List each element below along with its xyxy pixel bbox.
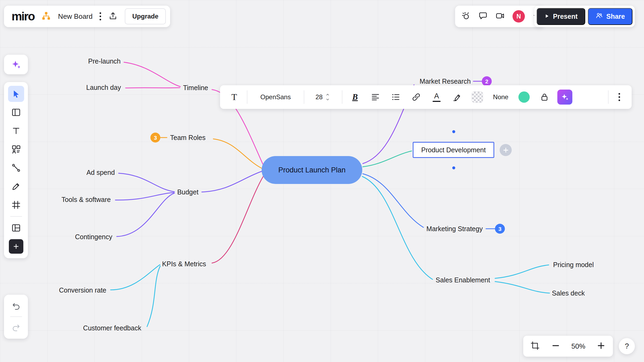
- fill-color-button[interactable]: [514, 88, 534, 106]
- mindmap-node-pricing[interactable]: Pricing model: [553, 261, 594, 269]
- ai-assist-icon[interactable]: [8, 57, 24, 73]
- border-none-label: None: [493, 93, 508, 101]
- node-badge-marketing[interactable]: 3: [495, 224, 505, 234]
- mindmap-node-timeline[interactable]: Timeline: [183, 84, 208, 92]
- frame-tool[interactable]: [8, 197, 24, 213]
- list-button[interactable]: [386, 88, 406, 106]
- mindmap-node-feedback[interactable]: Customer feedback: [83, 324, 141, 332]
- frame-icon: [11, 200, 21, 210]
- stickies-icon: [11, 145, 21, 154]
- mindmap-node-tools[interactable]: Tools & software: [61, 196, 111, 204]
- text-tool[interactable]: [8, 123, 24, 139]
- mindmap-node-salesdeck[interactable]: Sales deck: [552, 289, 585, 297]
- stickies-tool[interactable]: [8, 141, 24, 157]
- share-label: Share: [606, 13, 625, 20]
- text-style-button[interactable]: T: [224, 88, 244, 106]
- mindmap-node-prelaunch[interactable]: Pre-launch: [88, 57, 121, 65]
- minus-icon: [551, 341, 561, 350]
- productdev-label: Product Development: [421, 146, 486, 154]
- present-label: Present: [553, 13, 578, 20]
- font-name-label: OpenSans: [260, 93, 291, 101]
- undo-icon: [11, 301, 21, 311]
- fit-view-button[interactable]: [530, 341, 540, 352]
- mindmap-node-budget[interactable]: Budget: [177, 188, 198, 196]
- mindmap-node-market[interactable]: Market Research: [420, 77, 471, 85]
- highlighter-icon: [452, 92, 462, 102]
- mindmap-center-node[interactable]: Product Launch Plan: [262, 156, 362, 184]
- anchor-dot-top[interactable]: [452, 130, 455, 133]
- text-tool-icon: [11, 126, 21, 136]
- node-badge-market[interactable]: 2: [482, 76, 492, 86]
- board-title[interactable]: New Board: [58, 12, 93, 21]
- mindmap-node-contingency[interactable]: Contingency: [75, 233, 112, 241]
- link-button[interactable]: [406, 88, 426, 106]
- zoom-in-button[interactable]: [596, 341, 606, 352]
- undo-button[interactable]: [8, 298, 24, 314]
- font-size-control[interactable]: 28: [307, 88, 339, 106]
- opacity-button[interactable]: [467, 88, 487, 106]
- help-button[interactable]: ?: [619, 338, 635, 354]
- present-button[interactable]: Present: [537, 8, 585, 25]
- chat-icon[interactable]: [478, 11, 488, 22]
- add-apps-button[interactable]: [8, 238, 24, 254]
- share-button[interactable]: Share: [588, 8, 632, 25]
- border-style-button[interactable]: None: [488, 88, 514, 106]
- header-action-buttons: Present Share: [534, 6, 635, 27]
- redo-icon: [11, 323, 21, 332]
- more-options-button[interactable]: [611, 88, 627, 106]
- kebab-menu-icon: [619, 93, 620, 101]
- templates-tool[interactable]: [8, 104, 24, 120]
- select-tool[interactable]: [8, 86, 24, 102]
- sidebar-history-card: [4, 295, 28, 339]
- zoom-out-button[interactable]: [551, 341, 561, 352]
- connector-salesdeck: [495, 282, 550, 293]
- mindmap-node-teamroles[interactable]: Team Roles: [170, 134, 206, 142]
- upgrade-button[interactable]: Upgrade: [125, 8, 166, 24]
- video-icon[interactable]: [495, 11, 505, 22]
- header-toolbar-right: N: [455, 6, 544, 27]
- redo-button[interactable]: [8, 319, 24, 335]
- bold-button[interactable]: B: [345, 88, 365, 106]
- anchor-dot-bottom[interactable]: [452, 167, 455, 169]
- align-button[interactable]: [365, 88, 385, 106]
- font-select[interactable]: OpenSans: [250, 88, 301, 106]
- mindmap-node-sales[interactable]: Sales Enablement: [436, 276, 490, 284]
- node-badge-teamroles[interactable]: 3: [151, 133, 160, 143]
- text-color-icon: A: [433, 93, 441, 102]
- reactions-icon[interactable]: [461, 11, 471, 22]
- mindmap-node-marketing[interactable]: Marketing Strategy: [426, 225, 483, 233]
- export-icon[interactable]: [108, 11, 118, 22]
- ai-sparkle-icon: [557, 90, 572, 105]
- fit-view-icon: [530, 341, 540, 350]
- highlight-button[interactable]: [447, 88, 467, 106]
- add-child-button[interactable]: [500, 144, 512, 156]
- mindmap-node-conversion[interactable]: Conversion rate: [59, 286, 106, 294]
- board-menu-icon[interactable]: [100, 12, 101, 20]
- miro-logo[interactable]: miro: [12, 10, 34, 23]
- zoom-level[interactable]: 50%: [571, 342, 585, 350]
- mindmap-node-adspend[interactable]: Ad spend: [86, 169, 115, 176]
- mindmap-node-kpis[interactable]: KPIs & Metrics: [162, 260, 206, 268]
- connector-tool[interactable]: [8, 160, 24, 176]
- connector-launchday: [126, 88, 180, 88]
- toolbar-divider: [342, 90, 342, 104]
- plus-icon: [9, 239, 23, 254]
- mindmap-node-launchday[interactable]: Launch day: [86, 84, 121, 91]
- center-node-label: Product Launch Plan: [278, 166, 346, 174]
- font-size-stepper[interactable]: [325, 93, 331, 102]
- share-people-icon: [595, 12, 603, 21]
- mindmap-node-productdev[interactable]: Product Development: [413, 142, 494, 158]
- sidebar-divider: [10, 316, 22, 317]
- avatar[interactable]: N: [513, 10, 525, 23]
- opacity-checker-icon: [472, 91, 483, 103]
- text-color-button[interactable]: A: [427, 88, 447, 106]
- pen-tool[interactable]: [8, 178, 24, 194]
- font-size-value: 28: [316, 93, 323, 101]
- plus-icon: [596, 341, 606, 350]
- sidebar-tools-card: [4, 82, 28, 258]
- lock-button[interactable]: [535, 88, 554, 106]
- panels-tool[interactable]: [8, 220, 24, 236]
- cursor-icon: [12, 89, 21, 98]
- ai-format-button[interactable]: [555, 88, 575, 106]
- connector-prelaunch: [124, 62, 180, 87]
